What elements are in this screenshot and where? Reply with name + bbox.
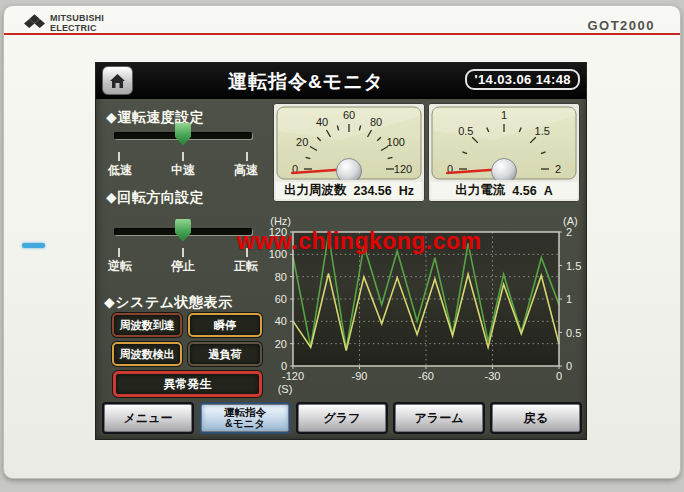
current-meter-readout: 出力電流 4.56 A [431, 182, 577, 199]
direction-slider-handle[interactable] [175, 219, 191, 242]
gauge-scale-label: 80 [370, 116, 382, 128]
gauge-knob [492, 159, 517, 181]
watermark-text: www.chlingkong.com [237, 228, 482, 255]
gauge-svg: 020406080100120 [276, 106, 422, 180]
speed-label-low: 低速 [100, 162, 140, 179]
current-meter-label: 出力電流 [455, 182, 505, 199]
chart-axis-label: -90 [352, 370, 368, 382]
footer-button-graph[interactable]: グラフ [298, 404, 386, 432]
status-section-heading: ◆システム状態表示 [104, 294, 233, 312]
speed-slider-ticks [118, 152, 248, 161]
chart-axis-label: 80 [275, 271, 287, 283]
chart-axis-label: 60 [275, 293, 287, 305]
status-lamp-frequency-reached[interactable]: 周波数到達 [112, 313, 182, 337]
chart-axis-label: (Hz) [270, 215, 291, 227]
chart-axis-label: (A) [563, 215, 578, 227]
home-button[interactable] [102, 66, 133, 95]
status-lamp-frequency-detect[interactable]: 周波数検出 [112, 342, 182, 366]
chart-axis-label: -60 [418, 370, 434, 382]
page-title: 運転指令&モニタ [156, 69, 456, 95]
gauge-svg: 00.511.52 [431, 106, 577, 180]
mitsubishi-diamonds-icon [24, 14, 45, 33]
footer-button-operate-monitor[interactable]: 運転指令 &モニタ [201, 404, 289, 432]
brand-text: MITSUBISHI ELECTRIC [50, 14, 104, 34]
footer-button-back[interactable]: 戻る [492, 404, 580, 432]
direction-label-reverse: 逆転 [100, 258, 140, 275]
chart-axis-label: -120 [282, 370, 304, 382]
footer-button-alarm[interactable]: アラーム [395, 404, 483, 432]
gauge-scale-label: 2 [555, 163, 561, 175]
speed-label-mid: 中速 [163, 162, 203, 179]
chart-axis-label: 20 [275, 338, 287, 350]
speed-label-high: 高速 [226, 162, 266, 179]
current-meter-value: 4.56 [512, 184, 536, 198]
speed-slider-handle[interactable] [175, 123, 191, 146]
chart-axis-label: 40 [275, 315, 287, 327]
frequency-meter-readout: 出力周波数 234.56 Hz [276, 182, 422, 199]
current-meter: 00.511.52 出力電流 4.56 A [428, 103, 580, 202]
current-gauge: 00.511.52 [431, 106, 577, 180]
gauge-scale-label: 40 [316, 116, 328, 128]
gauge-scale-label: 1 [501, 109, 507, 121]
status-lamp-overload[interactable]: 過負荷 [188, 342, 262, 366]
chart-axis-label: 1.5 [566, 260, 581, 272]
chart-axis-label: (S) [278, 383, 293, 395]
chart-axis-label: 0 [556, 370, 562, 382]
chart-axis-label: 2 [566, 226, 572, 238]
home-icon [109, 73, 126, 89]
direction-label-stop: 停止 [163, 258, 203, 275]
frequency-meter-label: 出力周波数 [284, 182, 347, 199]
gauge-scale-label: 60 [343, 109, 355, 121]
model-label: GOT2000 [587, 18, 655, 33]
gauge-scale-label: 1.5 [535, 125, 550, 137]
direction-slider-labels: 逆転 停止 正転 [100, 258, 266, 275]
frequency-meter-value: 234.56 [353, 184, 391, 198]
gauge-scale-label: 100 [387, 136, 405, 148]
speed-slider-labels: 低速 中速 高速 [100, 162, 266, 179]
direction-slider [114, 218, 252, 244]
status-lamp-momentary-stop[interactable]: 瞬停 [188, 313, 262, 337]
footer-button-menu[interactable]: メニュー [104, 404, 192, 432]
frequency-meter: 020406080100120 出力周波数 234.56 Hz [273, 103, 425, 202]
current-meter-unit: A [544, 184, 553, 198]
title-bar: 運転指令&モニタ '14.03.06 14:48 [96, 63, 586, 99]
direction-slider-ticks [118, 248, 248, 257]
gauge-scale-label: 120 [394, 163, 412, 175]
frequency-gauge: 020406080100120 [276, 106, 422, 180]
gauge-scale-label: 20 [296, 136, 308, 148]
frequency-meter-unit: Hz [399, 184, 414, 198]
datetime-display: '14.03.06 14:48 [465, 69, 580, 90]
direction-label-forward: 正転 [226, 258, 266, 275]
direction-section-heading: ◆回転方向設定 [106, 189, 204, 207]
chart-axis-label: -30 [485, 370, 501, 382]
bezel-accent-line [4, 33, 680, 35]
chart-axis-label: 0 [566, 360, 572, 372]
gauge-scale-label: 0.5 [458, 125, 473, 137]
screenshot-root: MITSUBISHI ELECTRIC GOT2000 運転指令&モニタ '14… [0, 0, 684, 492]
power-led [22, 243, 45, 248]
chart-axis-label: 1 [566, 293, 572, 305]
gauge-knob [337, 159, 362, 181]
speed-slider [114, 122, 252, 148]
chart-axis-label: 0.5 [566, 327, 581, 339]
brand-logo-block: MITSUBISHI ELECTRIC [24, 14, 104, 34]
status-lamp-error-occurred[interactable]: 異常発生 [113, 371, 262, 397]
